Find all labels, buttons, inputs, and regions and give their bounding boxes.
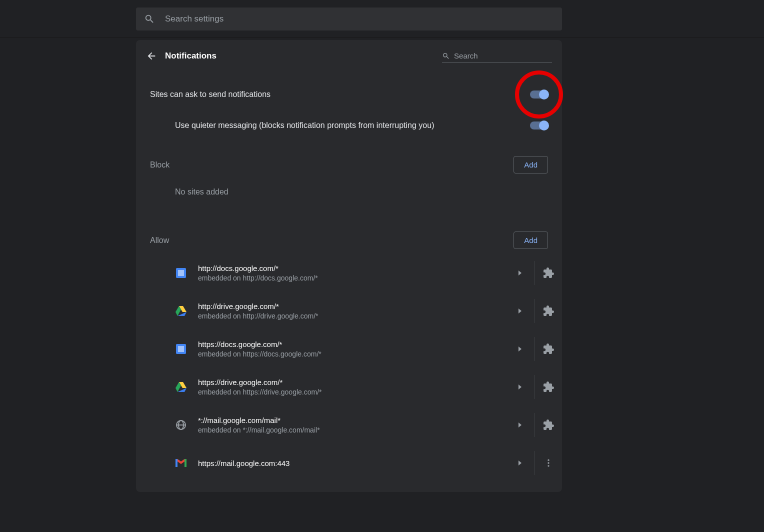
drive-icon <box>176 306 186 316</box>
site-url: https://docs.google.com/* <box>198 340 506 348</box>
block-empty-text: No sites added <box>136 178 562 212</box>
page-title: Notifications <box>165 51 216 61</box>
more-icon <box>544 458 554 468</box>
site-url: https://mail.google.com:443 <box>198 459 506 468</box>
site-expand-button[interactable] <box>506 299 534 323</box>
extension-icon <box>542 267 554 279</box>
docs-icon <box>176 344 186 354</box>
site-subtext: embedded on *://mail.google.com/mail* <box>198 426 506 434</box>
ask-toggle[interactable] <box>530 90 548 98</box>
chevron-right-icon <box>518 346 522 352</box>
chevron-right-icon <box>518 422 522 428</box>
extension-icon <box>542 305 554 317</box>
allow-add-button[interactable]: Add <box>514 232 548 249</box>
svg-point-12 <box>548 465 549 466</box>
site-row[interactable]: http://drive.google.com/*embedded on htt… <box>136 292 562 330</box>
toggle-row-quiet: Use quieter messaging (blocks notificati… <box>136 110 562 141</box>
chevron-right-icon <box>518 308 522 314</box>
site-expand-button[interactable] <box>506 375 534 399</box>
section-label: Allow <box>150 236 514 245</box>
chevron-right-icon <box>518 460 522 466</box>
site-row[interactable]: https://docs.google.com/*embedded on htt… <box>136 330 562 368</box>
site-subtext: embedded on https://drive.google.com/* <box>198 388 506 396</box>
chevron-right-icon <box>518 384 522 390</box>
site-action-button[interactable] <box>534 337 562 361</box>
page-search[interactable] <box>442 50 552 62</box>
site-url: https://drive.google.com/* <box>198 378 506 386</box>
svg-point-10 <box>548 460 549 461</box>
toggle-row-ask: Sites can ask to send notifications <box>136 70 562 110</box>
toggle-label: Sites can ask to send notifications <box>150 90 530 99</box>
site-row[interactable]: https://mail.google.com:443 <box>136 444 562 482</box>
site-row[interactable]: https://drive.google.com/*embedded on ht… <box>136 368 562 406</box>
top-bar <box>0 0 764 38</box>
site-expand-button[interactable] <box>506 337 534 361</box>
section-label: Block <box>150 160 514 170</box>
block-section-header: Block Add <box>136 141 562 178</box>
search-icon <box>442 52 450 60</box>
page-search-input[interactable] <box>454 50 552 62</box>
block-add-button[interactable]: Add <box>514 156 548 174</box>
svg-marker-7 <box>184 459 186 467</box>
site-action-button[interactable] <box>534 413 562 437</box>
site-expand-button[interactable] <box>506 261 534 285</box>
site-url: http://docs.google.com/* <box>198 264 506 272</box>
docs-icon <box>176 268 186 278</box>
site-row[interactable]: *://mail.google.com/mail*embedded on *:/… <box>136 406 562 444</box>
svg-point-11 <box>548 462 549 464</box>
site-action-button[interactable] <box>534 299 562 323</box>
site-url: *://mail.google.com/mail* <box>198 416 506 424</box>
back-arrow-icon[interactable] <box>146 50 157 62</box>
site-expand-button[interactable] <box>506 451 534 475</box>
settings-card: Notifications Sites can ask to send noti… <box>136 40 562 492</box>
global-search[interactable] <box>136 8 562 30</box>
site-action-button[interactable] <box>534 261 562 285</box>
toggle-label: Use quieter messaging (blocks notificati… <box>175 121 530 130</box>
extension-icon <box>542 381 554 393</box>
site-url: http://drive.google.com/* <box>198 302 506 310</box>
chevron-right-icon <box>518 270 522 276</box>
global-search-input[interactable] <box>165 14 554 24</box>
gmail-icon <box>176 459 186 467</box>
extension-icon <box>542 419 554 431</box>
site-subtext: embedded on http://docs.google.com/* <box>198 274 506 282</box>
site-row[interactable]: http://docs.google.com/*embedded on http… <box>136 254 562 292</box>
search-icon <box>144 14 155 24</box>
site-action-button[interactable] <box>534 375 562 399</box>
quiet-toggle[interactable] <box>530 122 548 130</box>
drive-icon <box>176 382 186 392</box>
globe-icon <box>176 420 186 430</box>
site-expand-button[interactable] <box>506 413 534 437</box>
site-action-button[interactable] <box>534 451 562 475</box>
site-subtext: embedded on https://docs.google.com/* <box>198 350 506 358</box>
site-subtext: embedded on http://drive.google.com/* <box>198 312 506 320</box>
allow-section-header: Allow Add <box>136 212 562 254</box>
extension-icon <box>542 343 554 355</box>
